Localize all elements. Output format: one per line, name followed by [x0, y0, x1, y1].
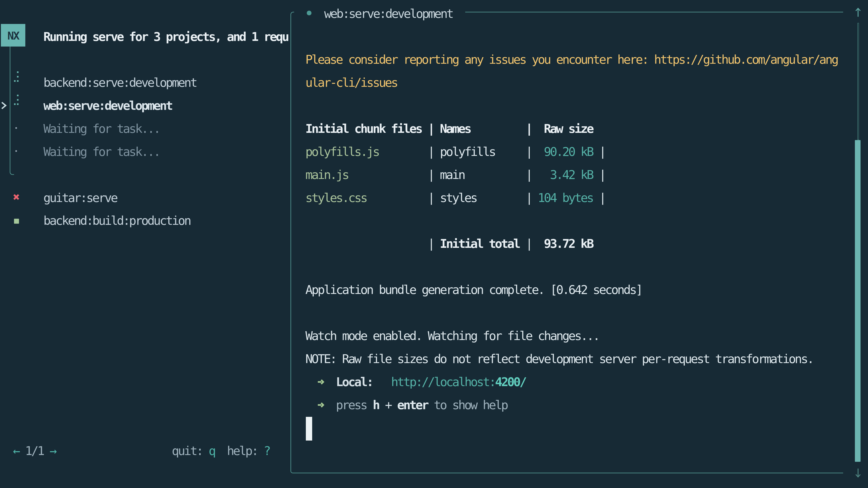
quit-key[interactable]: q [209, 439, 215, 462]
quit-label: quit: [172, 439, 202, 462]
table-header-names: Names [440, 117, 470, 140]
table-pipe: | [599, 186, 605, 209]
angular-notice-line-2: ular-cli/issues [305, 70, 397, 94]
table-pipe: | [428, 232, 434, 255]
page-indicator: 1/1 [19, 444, 50, 458]
bundle-complete-message: Application bundle generation complete. … [305, 278, 642, 301]
key-h: h [373, 393, 379, 417]
table-pipe: | [428, 140, 434, 163]
table-cell-name-polyfills: polyfills [440, 140, 495, 163]
waiting-dot-icon-1 [16, 127, 17, 129]
table-pipe: | [599, 140, 605, 163]
scroll-down-arrow-icon[interactable] [855, 468, 861, 479]
terminal-cursor [306, 417, 312, 441]
task-row-backend-serve[interactable]: backend:serve:development [43, 70, 196, 94]
spinner-icon-web-serve [13, 93, 20, 107]
task-row-backend-build[interactable]: backend:build:production [43, 208, 190, 232]
panel-title: web:serve:development [324, 2, 453, 25]
local-port[interactable]: 4200/ [495, 370, 526, 394]
spinner-icon-backend-serve [13, 69, 20, 83]
task-row-waiting-2[interactable]: Waiting for task... [43, 140, 160, 163]
table-pipe: | [526, 140, 532, 163]
table-cell-file-styles: styles.css [305, 186, 367, 209]
table-pipe: | [428, 186, 434, 209]
pagination[interactable]: ←1/1→ [13, 439, 56, 462]
task-row-guitar-serve[interactable]: guitar:serve [43, 186, 117, 209]
arrow-right-icon-help [317, 401, 326, 409]
table-header-pipe-1: | [428, 117, 434, 140]
table-cell-name-main: main [440, 163, 464, 186]
page-right-arrow-icon[interactable]: → [50, 444, 56, 458]
table-header-pipe-2: | [526, 117, 532, 140]
nx-terminal-ui: { "colors": { "background": "#172A35", "… [0, 0, 868, 488]
table-cell-file-polyfills: polyfills.js [305, 140, 379, 163]
table-pipe: | [599, 163, 605, 186]
table-cell-size-styles: 104 bytes [538, 186, 593, 209]
table-cell-size-polyfills: 90.20 kB [544, 140, 593, 163]
task-tree-connector [10, 46, 14, 175]
scrollbar-thumb[interactable] [855, 140, 861, 462]
table-pipe: | [428, 163, 434, 186]
failed-x-icon [13, 194, 20, 200]
key-enter: enter [397, 393, 428, 417]
help-suffix: to show help [434, 393, 507, 417]
scroll-up-arrow-icon[interactable] [855, 7, 861, 18]
scrollbar-track[interactable] [857, 23, 859, 140]
watch-mode-message: Watch mode enabled. Watching for file ch… [305, 324, 599, 348]
help-key[interactable]: ? [264, 439, 270, 462]
table-cell-size-main: 3.42 kB [550, 163, 593, 186]
success-square-icon [14, 219, 19, 224]
run-summary-title: Running serve for 3 projects, and 1 requ [43, 25, 288, 48]
table-total-label: Initial total [440, 232, 520, 255]
table-pipe: | [526, 163, 532, 186]
nx-logo-text: NX [7, 29, 19, 42]
local-label: Local: [336, 370, 373, 394]
help-label: help: [227, 439, 257, 462]
table-header-files: Initial chunk files [305, 117, 422, 140]
table-pipe: | [526, 232, 532, 255]
waiting-dot-icon-2 [16, 150, 17, 152]
task-row-web-serve[interactable]: web:serve:development [43, 94, 172, 117]
task-status-bullet-icon [307, 11, 311, 15]
note-message: NOTE: Raw file sizes do not reflect deve… [305, 347, 813, 370]
angular-notice-line-1: Please consider reporting any issues you… [305, 47, 837, 71]
nx-logo: NX [1, 24, 25, 46]
page-left-arrow-icon[interactable]: ← [13, 444, 19, 458]
table-cell-file-main: main.js [305, 163, 348, 186]
table-pipe: | [526, 186, 532, 209]
plus-sign: + [385, 393, 391, 417]
selected-task-chevron-icon [1, 102, 7, 109]
table-header-raw-size: Raw size [544, 117, 593, 140]
table-cell-name-styles: styles [440, 186, 476, 209]
press-label: press [336, 393, 366, 417]
task-row-waiting-1[interactable]: Waiting for task... [43, 117, 160, 140]
arrow-right-icon-local [317, 378, 326, 386]
table-total-value: 93.72 kB [544, 232, 593, 255]
local-url[interactable]: http://localhost: [391, 370, 495, 394]
